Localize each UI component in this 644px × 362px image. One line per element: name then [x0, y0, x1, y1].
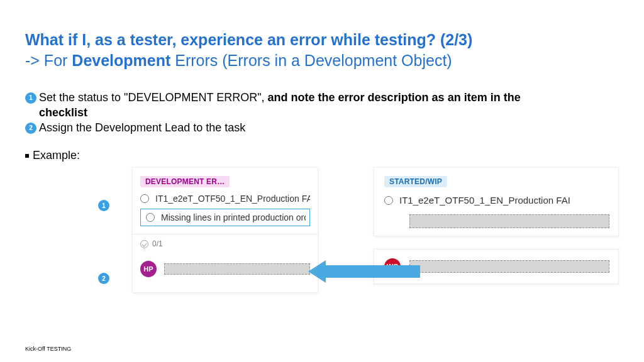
status-tag-development-error: DEVELOPMENT ER…: [140, 176, 230, 187]
step-1-bold: and note the error description as an ite…: [268, 91, 521, 104]
redacted-line-right: [409, 214, 609, 228]
avatar-hp: HP: [140, 261, 157, 277]
assignee-row-left: HP: [140, 261, 310, 277]
title-line2-suffix: Errors (Errors in a Development Object): [170, 52, 452, 69]
step-2-text: Assign the Development Lead to the task: [39, 120, 619, 135]
step-badge-1: 1: [25, 92, 36, 104]
step-1-cont: checklist: [39, 105, 619, 120]
slide-title-line1: What if I, as a tester, experience an er…: [25, 30, 619, 50]
divider: [133, 234, 318, 234]
unchecked-circle-icon: [146, 213, 155, 222]
step-2: 2 Assign the Development Lead to the tas…: [25, 120, 619, 135]
checklist-item-text: Missing lines in printed production orde…: [161, 212, 306, 222]
task-title-right: IT1_e2eT_OTF50_1_EN_Production FAI: [399, 195, 570, 206]
step-1: 1 Set the status to "DEVELOPMENT ERROR",…: [25, 90, 619, 105]
checklist-item-highlighted: Missing lines in printed production orde…: [140, 209, 310, 226]
step-1-plain: Set the status to "DEVELOPMENT ERROR",: [39, 91, 268, 104]
redacted-name-left: [164, 263, 310, 275]
checklist-progress: 0/1: [140, 239, 310, 248]
arrow-left-icon: [308, 260, 420, 283]
redacted-name-right: [409, 260, 609, 273]
steps-list: 1 Set the status to "DEVELOPMENT ERROR",…: [25, 90, 619, 136]
card-started-wip: STARTED/WIP IT1_e2eT_OTF50_1_EN_Producti…: [374, 167, 619, 236]
unchecked-circle-icon: [384, 196, 393, 205]
footer-text: Kick-Off TESTING: [25, 346, 71, 352]
example-area: 1 2 DEVELOPMENT ER… IT1_e2eT_OTF50_1_EN_…: [25, 167, 619, 312]
callout-badge-1: 1: [98, 200, 109, 211]
bullet-icon: [25, 154, 29, 158]
arrow-shaft: [326, 265, 420, 278]
title-line2-bold: Development: [72, 52, 170, 69]
unchecked-circle-icon: [140, 194, 149, 203]
example-label-text: Example:: [33, 149, 80, 162]
task-row: IT1_e2eT_OTF50_1_EN_Production FAI: [140, 194, 310, 204]
card-development-error: DEVELOPMENT ER… IT1_e2eT_OTF50_1_EN_Prod…: [132, 167, 318, 293]
checklist-item-row: Missing lines in printed production orde…: [146, 212, 306, 222]
slide-title-line2: -> For Development Errors (Errors in a D…: [25, 51, 619, 70]
task-row-right: IT1_e2eT_OTF50_1_EN_Production FAI: [384, 195, 609, 206]
title-line2-prefix: -> For: [25, 52, 72, 69]
arrow-head: [308, 260, 326, 283]
step-1-text: Set the status to "DEVELOPMENT ERROR", a…: [39, 90, 619, 105]
step-badge-2: 2: [25, 123, 36, 134]
checkmark-circle-icon: [140, 240, 148, 248]
callout-badge-2: 2: [98, 273, 109, 284]
status-tag-started-wip: STARTED/WIP: [384, 176, 447, 187]
example-label: Example:: [25, 149, 619, 162]
slide-root: What if I, as a tester, experience an er…: [0, 0, 644, 362]
task-title: IT1_e2eT_OTF50_1_EN_Production FAI: [155, 194, 310, 204]
progress-text: 0/1: [152, 239, 163, 248]
